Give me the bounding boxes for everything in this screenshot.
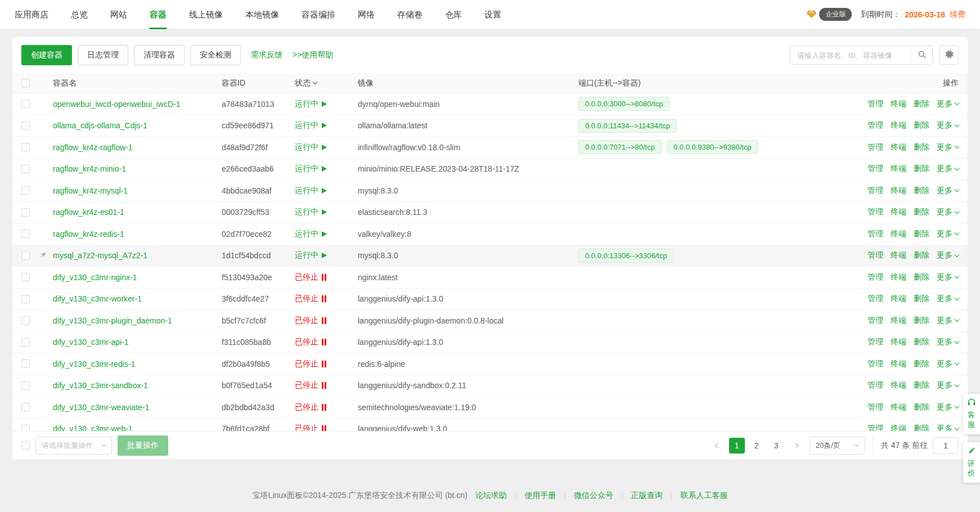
container-name-link[interactable]: dify_v130_c3mr-weaviate-1 [53, 403, 222, 412]
batch-action-select[interactable]: 请选择批量操作 [35, 437, 112, 455]
manage-link[interactable]: 管理 [867, 380, 883, 390]
terminal-link[interactable]: 终端 [891, 250, 906, 261]
more-link[interactable]: 更多 [937, 359, 959, 369]
terminal-link[interactable]: 终端 [891, 424, 906, 431]
more-link[interactable]: 更多 [937, 316, 959, 326]
nav-item[interactable]: 总览 [71, 0, 88, 29]
page-size-select[interactable]: 20条/页 [810, 437, 865, 455]
manage-link[interactable]: 管理 [867, 250, 883, 261]
row-checkbox[interactable] [21, 143, 30, 151]
terminal-link[interactable]: 终端 [891, 99, 906, 109]
delete-link[interactable]: 删除 [914, 337, 929, 347]
row-checkbox[interactable] [21, 208, 30, 217]
container-name-link[interactable]: mysql_a7z2-mysql_A7z2-1 [53, 251, 222, 260]
manage-link[interactable]: 管理 [867, 207, 883, 217]
more-link[interactable]: 更多 [937, 424, 959, 431]
more-link[interactable]: 更多 [937, 164, 959, 174]
terminal-link[interactable]: 终端 [891, 207, 906, 217]
container-name-link[interactable]: ollama_cdjs-ollama_Cdjs-1 [53, 121, 222, 130]
terminal-link[interactable]: 终端 [891, 380, 906, 390]
row-checkbox[interactable] [21, 122, 30, 130]
manage-link[interactable]: 管理 [867, 294, 883, 304]
page-button-1[interactable]: 1 [729, 438, 745, 453]
manage-link[interactable]: 管理 [867, 424, 883, 431]
search-button[interactable] [911, 46, 932, 64]
select-all-checkbox[interactable] [21, 79, 30, 87]
row-checkbox[interactable] [21, 165, 30, 173]
container-name-link[interactable]: dify_v130_c3mr-plugin_daemon-1 [53, 316, 222, 325]
container-name-link[interactable]: ragflow_kr4z-es01-1 [53, 208, 222, 217]
container-name-link[interactable]: dify_v130_c3mr-nginx-1 [53, 273, 222, 282]
nav-item[interactable]: 线上镜像 [189, 0, 223, 29]
container-name-link[interactable]: dify_v130_c3mr-redis-1 [53, 360, 222, 369]
nav-item[interactable]: 容器编排 [302, 0, 335, 29]
batch-select-all-checkbox[interactable] [21, 441, 30, 450]
terminal-link[interactable]: 终端 [891, 164, 906, 174]
delete-link[interactable]: 删除 [914, 402, 929, 412]
nav-item[interactable]: 存储卷 [397, 0, 422, 29]
create-container-button[interactable]: 创建容器 [21, 45, 72, 65]
footer-link[interactable]: 联系人工客服 [680, 491, 727, 501]
manage-link[interactable]: 管理 [867, 142, 883, 152]
manage-link[interactable]: 管理 [867, 186, 883, 196]
nav-item[interactable]: 网络 [358, 0, 375, 29]
table-settings-button[interactable] [939, 46, 959, 65]
delete-link[interactable]: 删除 [914, 424, 929, 431]
terminal-link[interactable]: 终端 [891, 402, 906, 412]
search-input[interactable] [790, 46, 911, 64]
manage-link[interactable]: 管理 [867, 120, 883, 131]
more-link[interactable]: 更多 [937, 142, 959, 152]
manage-link[interactable]: 管理 [867, 99, 883, 109]
delete-link[interactable]: 删除 [914, 120, 929, 131]
more-link[interactable]: 更多 [937, 120, 959, 131]
manage-link[interactable]: 管理 [867, 316, 883, 326]
review-widget[interactable]: 评价 [963, 442, 980, 483]
delete-link[interactable]: 删除 [914, 272, 929, 282]
row-checkbox[interactable] [21, 100, 30, 108]
container-name-link[interactable]: ragflow_kr4z-minio-1 [53, 164, 222, 173]
row-checkbox[interactable] [21, 381, 30, 390]
nav-item[interactable]: 应用商店 [15, 0, 48, 29]
more-link[interactable]: 更多 [937, 337, 959, 347]
delete-link[interactable]: 删除 [914, 294, 929, 304]
manage-link[interactable]: 管理 [867, 359, 883, 369]
row-checkbox[interactable] [21, 186, 30, 195]
terminal-link[interactable]: 终端 [891, 229, 906, 239]
delete-link[interactable]: 删除 [914, 99, 929, 109]
security-check-button[interactable]: 安全检测 [190, 45, 241, 65]
prev-page-button[interactable] [709, 438, 725, 453]
row-checkbox[interactable] [21, 360, 30, 368]
nav-item[interactable]: 设置 [484, 0, 501, 29]
renew-link[interactable]: 续费 [950, 10, 965, 20]
row-checkbox[interactable] [21, 273, 30, 281]
terminal-link[interactable]: 终端 [891, 142, 906, 152]
footer-link[interactable]: 使用手册 [524, 491, 556, 501]
nav-item[interactable]: 网站 [110, 0, 127, 29]
terminal-link[interactable]: 终端 [891, 337, 906, 347]
nav-item[interactable]: 本地镜像 [245, 0, 279, 29]
delete-link[interactable]: 删除 [914, 316, 929, 326]
batch-apply-button[interactable]: 批量操作 [118, 435, 168, 456]
container-name-link[interactable]: ragflow_kr4z-mysql-1 [53, 186, 222, 195]
footer-link[interactable]: 正版查询 [631, 491, 663, 501]
row-checkbox[interactable] [21, 230, 30, 238]
row-checkbox[interactable] [21, 338, 30, 347]
manage-link[interactable]: 管理 [867, 337, 883, 347]
footer-link[interactable]: 微信公众号 [574, 491, 613, 501]
row-checkbox[interactable] [21, 425, 30, 431]
terminal-link[interactable]: 终端 [891, 294, 906, 304]
delete-link[interactable]: 删除 [914, 142, 929, 152]
container-name-link[interactable]: dify_v130_c3mr-worker-1 [53, 294, 222, 303]
more-link[interactable]: 更多 [937, 186, 959, 196]
delete-link[interactable]: 删除 [914, 250, 929, 261]
terminal-link[interactable]: 终端 [891, 316, 906, 326]
container-name-link[interactable]: ragflow_kr4z-redis-1 [53, 230, 222, 239]
manage-link[interactable]: 管理 [867, 272, 883, 282]
container-name-link[interactable]: ragflow_kr4z-ragflow-1 [53, 143, 222, 152]
manage-link[interactable]: 管理 [867, 402, 883, 412]
terminal-link[interactable]: 终端 [891, 359, 906, 369]
feedback-link[interactable]: 需求反馈 [251, 50, 282, 60]
more-link[interactable]: 更多 [937, 402, 959, 412]
delete-link[interactable]: 删除 [914, 186, 929, 196]
container-name-link[interactable]: openwebui_iwcd-openwebui_iwcD-1 [53, 100, 222, 109]
